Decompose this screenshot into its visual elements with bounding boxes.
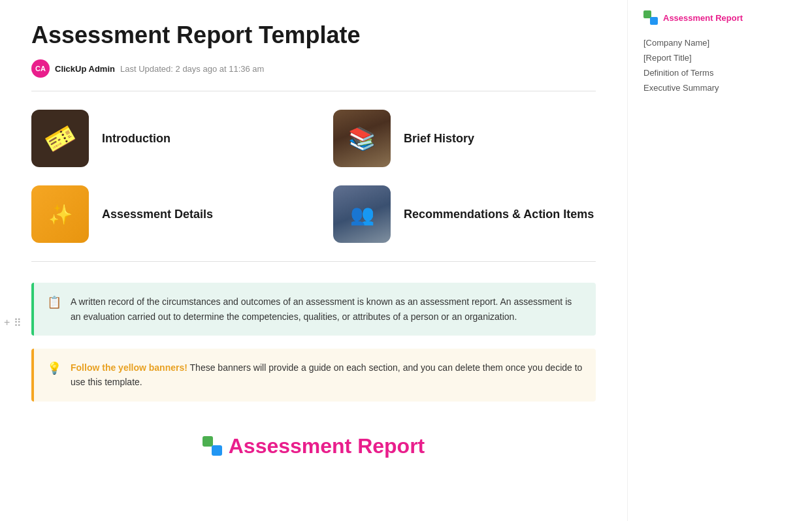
sidebar-nav-report-title[interactable]: [Report Title] [643,50,773,65]
side-controls: + ⠿ [3,315,23,330]
callout-yellow-highlight: Follow the yellow banners! [71,362,187,373]
card-label-recommendations: Recommendations & Action Items [404,208,594,221]
sidebar-logo-icon [643,10,658,25]
callout-yellow-icon: 💡 [47,361,61,375]
callout-section: + ⠿ 📋 A written record of the circumstan… [31,283,596,402]
sidebar-logo-text: Assessment Report [663,13,743,23]
sidebar: Assessment Report [Company Name] [Report… [627,0,784,521]
card-introduction[interactable]: Introduction [31,110,294,167]
sidebar-nav-executive-summary[interactable]: Executive Summary [643,80,773,95]
callout-yellow: 💡 Follow the yellow banners! These banne… [31,349,596,402]
avatar: CA [31,59,50,78]
author-name: ClickUp Admin [55,64,115,74]
mid-divider [31,261,596,262]
card-brief-history[interactable]: Brief History [333,110,596,167]
cards-grid: Introduction Brief History Assessment De… [31,110,596,243]
card-thumb-recommendations [333,185,391,243]
callout-teal-icon: 📋 [47,295,61,309]
callout-teal: 📋 A written record of the circumstances … [31,283,596,336]
card-label-brief-history: Brief History [404,132,474,146]
last-updated: Last Updated: 2 days ago at 11:36 am [120,64,264,74]
main-content: Assessment Report Template CA ClickUp Ad… [0,0,627,521]
sidebar-nav: [Company Name] [Report Title] Definition… [643,35,773,95]
callout-yellow-text: Follow the yellow banners! These banners… [71,360,583,390]
callout-teal-text: A written record of the circumstances an… [71,294,583,324]
card-thumb-brief-history [333,110,391,167]
card-thumb-assessment-details [31,185,89,243]
card-recommendations[interactable]: Recommendations & Action Items [333,185,596,243]
add-row-button[interactable]: + [3,315,11,330]
page-title: Assessment Report Template [31,21,596,49]
card-thumb-introduction [31,110,89,167]
footer-logo-icon [203,436,222,456]
card-assessment-details[interactable]: Assessment Details [31,185,294,243]
sidebar-nav-company[interactable]: [Company Name] [643,35,773,50]
sidebar-logo-row: Assessment Report [643,10,773,25]
footer-logo-text: Assessment Report [229,434,425,458]
footer-logo-row: Assessment Report [31,434,596,458]
author-row: CA ClickUp Admin Last Updated: 2 days ag… [31,59,596,78]
drag-handle[interactable]: ⠿ [12,315,23,330]
top-divider [31,91,596,91]
sidebar-nav-definition[interactable]: Definition of Terms [643,65,773,80]
card-label-assessment-details: Assessment Details [102,208,213,221]
footer-logo: Assessment Report [31,428,596,458]
card-label-introduction: Introduction [102,132,171,146]
